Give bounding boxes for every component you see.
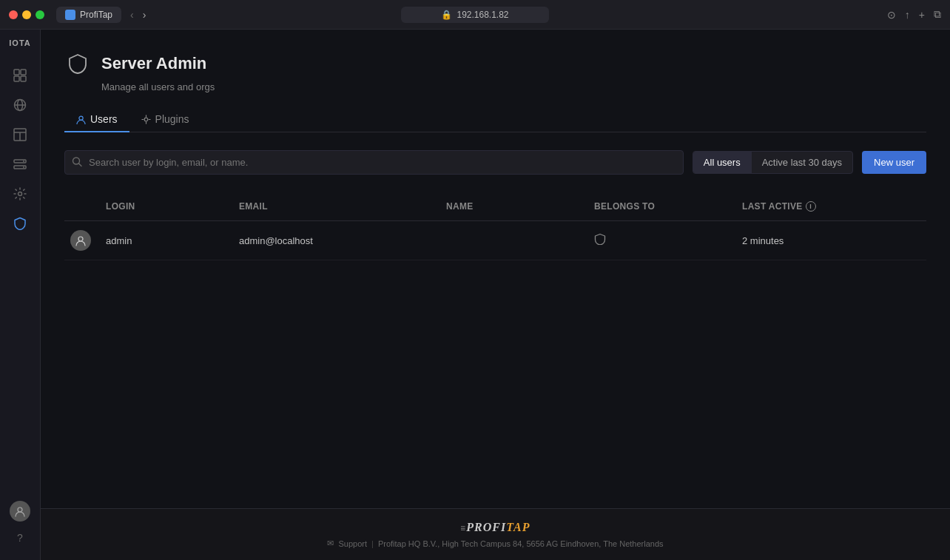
sidebar-item-help[interactable]: ? bbox=[7, 524, 33, 551]
forward-button[interactable]: › bbox=[140, 7, 149, 22]
globe-icon bbox=[13, 98, 27, 112]
new-tab-icon[interactable]: + bbox=[919, 9, 925, 21]
share-icon[interactable]: ↑ bbox=[905, 9, 910, 21]
search-icon bbox=[72, 156, 82, 169]
all-users-filter[interactable]: All users bbox=[693, 152, 752, 173]
table-icon bbox=[13, 128, 27, 141]
footer-logo: ≡PROFITAP bbox=[53, 521, 938, 534]
active-last-30-filter[interactable]: Active last 30 days bbox=[752, 152, 852, 173]
gear-icon bbox=[13, 187, 27, 200]
sidebar-bottom: ? bbox=[7, 501, 33, 551]
titlebar: ProfiTap ‹ › 🔒 192.168.1.82 ⊙ ↑ + ⧉ bbox=[0, 0, 950, 30]
tab-favicon bbox=[65, 10, 75, 20]
last-active-label: Last active bbox=[742, 201, 803, 212]
sidebar-item-table[interactable] bbox=[7, 121, 33, 148]
admin-avatar-icon bbox=[75, 235, 87, 246]
app-layout: IOTA bbox=[0, 30, 950, 560]
shield-icon bbox=[13, 217, 27, 230]
sidebar-item-globe[interactable] bbox=[7, 92, 33, 118]
row-email: admin@localhost bbox=[233, 232, 440, 249]
plugins-tab-icon bbox=[141, 115, 151, 124]
svg-line-19 bbox=[79, 163, 82, 166]
footer-logo-profi: PROFI bbox=[466, 521, 506, 533]
nav-arrows: ‹ › bbox=[127, 7, 149, 22]
sidebar: IOTA bbox=[0, 30, 41, 560]
search-row: All users Active last 30 days New user bbox=[64, 150, 926, 175]
user-avatar[interactable] bbox=[10, 501, 30, 522]
url-bar[interactable]: 🔒 192.168.1.82 bbox=[401, 7, 549, 23]
browser-tab[interactable]: ProfiTap bbox=[56, 7, 121, 23]
tab-users-label: Users bbox=[90, 113, 118, 125]
row-name bbox=[440, 237, 588, 243]
last-active-info-icon[interactable]: i bbox=[806, 201, 816, 212]
tab-plugins[interactable]: Plugins bbox=[129, 107, 201, 132]
close-button[interactable] bbox=[9, 10, 18, 19]
new-user-button[interactable]: New user bbox=[862, 151, 926, 174]
traffic-lights bbox=[9, 10, 44, 19]
sidebar-toggle-icon[interactable]: ⧉ bbox=[934, 8, 941, 21]
table-row[interactable]: admin admin@localhost 2 minutes bbox=[64, 221, 926, 260]
row-login: admin bbox=[100, 232, 233, 249]
col-login: Login bbox=[100, 198, 233, 215]
footer: ≡PROFITAP ✉ Support | Profitap HQ B.V., … bbox=[41, 508, 950, 560]
url-text: 192.168.1.82 bbox=[457, 10, 508, 20]
svg-point-20 bbox=[78, 237, 83, 241]
svg-point-15 bbox=[18, 507, 22, 512]
row-avatar-cell bbox=[64, 227, 100, 254]
svg-rect-1 bbox=[21, 70, 26, 75]
minimize-button[interactable] bbox=[22, 10, 31, 19]
col-belongs-to: Belongs to bbox=[588, 198, 736, 215]
envelope-icon: ✉ bbox=[327, 539, 334, 548]
svg-point-12 bbox=[23, 161, 24, 162]
support-label: Support bbox=[338, 539, 367, 548]
col-avatar bbox=[64, 198, 100, 215]
col-email: Email bbox=[233, 198, 440, 215]
svg-rect-0 bbox=[14, 70, 19, 75]
user-tab-icon bbox=[76, 115, 86, 124]
svg-rect-3 bbox=[21, 76, 26, 81]
svg-point-14 bbox=[18, 192, 22, 196]
sidebar-item-shield[interactable] bbox=[7, 210, 33, 237]
back-button[interactable]: ‹ bbox=[127, 7, 137, 22]
svg-point-16 bbox=[79, 116, 83, 120]
svg-rect-2 bbox=[14, 76, 19, 81]
fullscreen-button[interactable] bbox=[36, 10, 44, 19]
avatar-icon bbox=[14, 505, 26, 517]
footer-address: Profitap HQ B.V., High Tech Campus 84, 5… bbox=[378, 539, 664, 548]
sidebar-item-settings[interactable] bbox=[7, 181, 33, 207]
page-title-row: Server Admin bbox=[64, 50, 926, 77]
titlebar-actions: ⊙ ↑ + ⧉ bbox=[887, 8, 941, 21]
storage-icon bbox=[13, 158, 27, 171]
col-name: Name bbox=[440, 198, 588, 215]
footer-logo-tap: TAP bbox=[506, 521, 530, 533]
timer-icon[interactable]: ⊙ bbox=[887, 9, 896, 21]
tab-plugins-label: Plugins bbox=[155, 113, 189, 125]
users-panel: All users Active last 30 days New user L… bbox=[41, 132, 950, 508]
search-svg-icon bbox=[72, 156, 82, 166]
lock-icon: 🔒 bbox=[441, 10, 452, 20]
search-container bbox=[64, 150, 684, 175]
sidebar-item-storage[interactable] bbox=[7, 151, 33, 178]
sidebar-item-dashboard[interactable] bbox=[7, 62, 33, 89]
col-last-active: Last active i bbox=[736, 198, 926, 215]
table-header: Login Email Name Belongs to Last active … bbox=[64, 192, 926, 221]
users-table: Login Email Name Belongs to Last active … bbox=[64, 192, 926, 260]
page-subtitle: Manage all users and orgs bbox=[101, 81, 926, 92]
tab-title: ProfiTap bbox=[80, 10, 112, 20]
row-last-active: 2 minutes bbox=[736, 232, 926, 249]
footer-support: ✉ Support | Profitap HQ B.V., High Tech … bbox=[53, 539, 938, 548]
main-content-area: Server Admin Manage all users and orgs U… bbox=[41, 30, 950, 560]
filter-buttons: All users Active last 30 days bbox=[693, 151, 853, 174]
sidebar-logo: IOTA bbox=[9, 38, 30, 47]
svg-point-13 bbox=[23, 166, 24, 168]
admin-avatar bbox=[70, 230, 91, 251]
page-title: Server Admin bbox=[101, 54, 206, 73]
belongs-shield-svg bbox=[594, 233, 606, 245]
page-header: Server Admin Manage all users and orgs bbox=[41, 30, 950, 107]
tab-users[interactable]: Users bbox=[64, 107, 129, 132]
search-input[interactable] bbox=[64, 150, 684, 175]
header-shield-icon bbox=[67, 53, 88, 74]
tabs-bar: Users Plugins bbox=[64, 107, 926, 132]
dashboard-icon bbox=[13, 69, 27, 82]
belongs-to-shield-icon bbox=[594, 235, 606, 247]
